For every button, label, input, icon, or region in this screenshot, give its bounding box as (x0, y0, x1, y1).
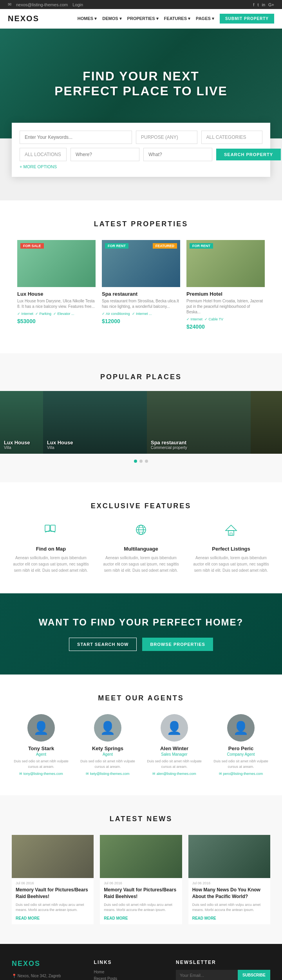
what-input[interactable] (143, 148, 212, 161)
popular-image-1: Lux House Villa (43, 391, 147, 454)
agent-role-3: Company Agent (212, 752, 270, 756)
categories-select[interactable]: ALL CATEGORIES (201, 131, 263, 144)
agent-card-2[interactable]: 👤 Alen Winter Sales Manager Duis sed odi… (145, 714, 204, 776)
read-more-2[interactable]: READ MORE (188, 916, 270, 924)
agent-desc-3: Duis sed odio sit amet nibh vulpate curs… (212, 759, 270, 769)
property-card-3[interactable]: FOR RENT Premium Hotel Premium Hotel fro… (186, 240, 265, 334)
news-image-1 (100, 835, 182, 878)
news-card-2[interactable]: Jul 06 2016 How Many News Do You Know Ab… (188, 835, 270, 924)
more-options-link[interactable]: + MORE OPTIONS (20, 164, 262, 169)
agent-desc-2: Duis sed odio sit amet nibh vulpate curs… (145, 759, 204, 769)
property-badge-2b: FEATURED (153, 243, 177, 249)
nav-properties[interactable]: PROPERTIES ▾ (127, 16, 159, 21)
news-image-0 (12, 835, 94, 878)
agent-name-1: Kety Springs (78, 745, 137, 751)
agent-email-3[interactable]: ✉ pero@listing-themes.com (212, 772, 270, 776)
nav-pages[interactable]: PAGES ▾ (196, 16, 214, 21)
agent-card-0[interactable]: 👤 Tony Stark Agent Duis sed odio sit ame… (12, 714, 70, 776)
newsletter-subscribe-button[interactable]: SUBSCRIBE (238, 970, 270, 980)
hero-title: FIND YOUR NEXT PERFECT PLACE TO LIVE (54, 69, 227, 99)
property-amenities-3: ✓ Internet ✓ Cable TV (186, 317, 265, 321)
latest-properties-title: LATEST PROPERTIES (12, 220, 270, 228)
popular-item-3[interactable] (251, 391, 282, 454)
property-name-2: Spa restaurant (102, 291, 180, 297)
agent-card-3[interactable]: 👤 Pero Peric Company Agent Duis sed odio… (212, 714, 270, 776)
keyword-input[interactable] (20, 131, 132, 144)
news-date-0: Jul 06 2016 (12, 878, 94, 887)
news-grid: Jul 06 2016 Memory Vault for Pictures/Be… (12, 835, 270, 924)
carousel-dot-2[interactable] (145, 460, 148, 463)
property-badge-1: FOR SALE (20, 243, 44, 249)
news-excerpt-1: Duis sed odio sit amet nibh vulpu arcu a… (100, 902, 182, 916)
hero-title-line1: FIND YOUR NEXT (83, 69, 199, 83)
feature-title-0: Find on Map (12, 546, 90, 552)
carousel-dots (0, 460, 282, 463)
property-desc-1: Lux House from Darysne, Ulica Nikolle Te… (17, 298, 96, 309)
agent-role-0: Agent (12, 752, 70, 756)
agent-email-2[interactable]: ✉ alen@listing-themes.com (145, 772, 204, 776)
property-card-1[interactable]: FOR SALE Lux House Lux House from Darysn… (17, 240, 96, 334)
property-badge-3: FOR RENT (190, 243, 213, 249)
footer-col-links: LINKS Home Recent Posts Listed For Sale … (94, 960, 164, 980)
feature-title-1: Multilanguage (102, 546, 180, 552)
nav-features[interactable]: FEATURES ▾ (164, 16, 191, 21)
footer-logo: NEXOS (12, 960, 82, 968)
locations-select[interactable]: ALL LOCATIONS (20, 148, 67, 161)
cta-title: WANT TO FIND YOUR PERFECT HOME? (12, 617, 270, 628)
news-title-1: Memory Vault for Pictures/Bears Raid Bee… (100, 887, 182, 902)
more-options-label[interactable]: + MORE OPTIONS (20, 164, 57, 169)
popular-item-2[interactable]: Spa restaurant Commercial property (147, 391, 251, 454)
topbar-login[interactable]: Login (72, 2, 83, 7)
agent-email-1[interactable]: ✉ kety@listing-themes.com (78, 772, 137, 776)
hero-section: FIND YOUR NEXT PERFECT PLACE TO LIVE (0, 29, 282, 138)
feature-desc-1: Aenean sollicitudin, lorem quis bibendum… (102, 555, 180, 574)
house-icon (192, 522, 270, 541)
popular-item-0[interactable]: Lux House Villa (0, 391, 43, 454)
feature-desc-0: Aenean sollicitudin, lorem quis bibendum… (12, 555, 90, 574)
read-more-1[interactable]: READ MORE (100, 916, 182, 924)
carousel-dot-0[interactable] (134, 460, 137, 463)
cta-section: WANT TO FIND YOUR PERFECT HOME? START SE… (0, 593, 282, 675)
where-input[interactable] (70, 148, 139, 161)
agent-card-1[interactable]: 👤 Kety Springs Agent Duis sed odio sit a… (78, 714, 137, 776)
nav-demos[interactable]: DEMOS ▾ (102, 16, 121, 21)
newsletter-email-input[interactable] (176, 970, 238, 980)
property-name-3: Premium Hotel (186, 291, 265, 297)
property-card-2[interactable]: FOR RENT FEATURED Spa restaurant Spa res… (102, 240, 180, 334)
nav-homes[interactable]: HOMES ▾ (78, 16, 97, 21)
start-search-button[interactable]: START SEARCH NOW (69, 638, 137, 651)
agent-email-0[interactable]: ✉ tony@listing-themes.com (12, 772, 70, 776)
popular-item-1[interactable]: Lux House Villa (43, 391, 147, 454)
popular-places-section: POPULAR PLACES Lux House Villa Lux House… (0, 353, 282, 482)
read-more-0[interactable]: READ MORE (12, 916, 94, 924)
linkedin-icon[interactable]: in (262, 2, 265, 7)
news-date-2: Jul 06 2016 (188, 878, 270, 887)
search-button[interactable]: SEARCH PROPERTY (216, 149, 281, 160)
footer-grid: NEXOS 📍 Nexos, Nice 342, Zagreb 📞 +385 (… (12, 960, 270, 980)
submit-property-button[interactable]: SUBMIT PROPERTY (220, 14, 274, 24)
twitter-icon[interactable]: t (257, 2, 258, 7)
property-details-3: Premium Hotel Premium Hotel from Croatia… (186, 287, 265, 334)
features-grid: Find on Map Aenean sollicitudin, lorem q… (12, 522, 270, 574)
facebook-icon[interactable]: f (253, 2, 254, 7)
footer-links-list: Home Recent Posts Listed For Sale Submit… (94, 970, 164, 980)
site-logo[interactable]: NEXOS (8, 14, 39, 23)
search-row-2: ALL LOCATIONS SEARCH PROPERTY (20, 148, 262, 161)
property-image-2: FOR RENT FEATURED (102, 240, 180, 287)
googleplus-icon[interactable]: G+ (268, 2, 274, 7)
popular-image-3 (251, 391, 282, 454)
purpose-select[interactable]: PURPOSE (ANY) (136, 131, 197, 144)
svg-rect-0 (45, 525, 50, 531)
news-title: LATEST NEWS (12, 815, 270, 823)
footer-link-home[interactable]: Home (94, 970, 164, 974)
news-card-0[interactable]: Jul 06 2016 Memory Vault for Pictures/Be… (12, 835, 94, 924)
property-price-1: $53000 (17, 318, 96, 324)
feature-desc-2: Aenean sollicitudin, lorem quis bibendum… (192, 555, 270, 574)
cta-buttons: START SEARCH NOW BROWSE PROPERTIES (12, 638, 270, 651)
news-date-1: Jul 06 2016 (100, 878, 182, 887)
carousel-dot-1[interactable] (139, 460, 143, 463)
news-card-1[interactable]: Jul 06 2016 Memory Vault for Pictures/Be… (100, 835, 182, 924)
footer-link-recent[interactable]: Recent Posts (94, 976, 164, 980)
browse-properties-button[interactable]: BROWSE PROPERTIES (142, 638, 213, 651)
nav-links: HOMES ▾ DEMOS ▾ PROPERTIES ▾ FEATURES ▾ … (78, 14, 274, 24)
